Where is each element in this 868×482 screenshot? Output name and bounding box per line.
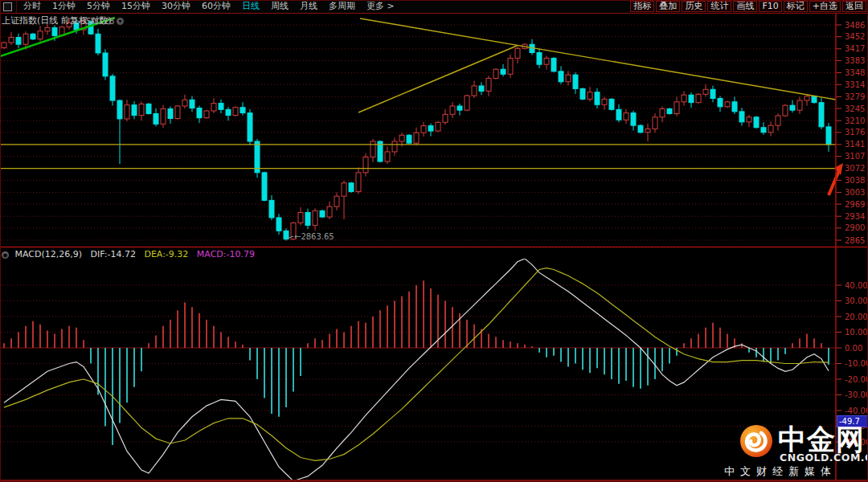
candle-body <box>486 78 491 91</box>
price-axis-label: 2934 <box>845 212 865 221</box>
macd-pane-surface[interactable] <box>0 247 836 481</box>
candle-body <box>493 69 498 78</box>
candle-body <box>544 58 549 64</box>
candle-body <box>732 102 737 112</box>
candle-body <box>472 86 477 96</box>
back-button[interactable]: 返回 <box>842 1 866 12</box>
candle-body <box>479 86 484 91</box>
price-axis-label: 3210 <box>845 116 865 125</box>
chart-title-dropdown-icon[interactable]: ▾ <box>117 18 124 25</box>
candle-body <box>805 96 809 100</box>
candle-body <box>501 69 506 74</box>
period-tab-weekly[interactable]: 周线 <box>271 0 289 13</box>
candle-body <box>132 105 137 116</box>
candle-body <box>812 96 817 103</box>
candle-body <box>754 117 759 128</box>
period-tab-5min[interactable]: 5分钟 <box>87 0 110 13</box>
price-axis-label: 3107 <box>845 152 865 161</box>
candle-body <box>595 92 600 105</box>
macd-axis-label: 30.00 <box>845 296 868 305</box>
price-axis-label: 3176 <box>845 128 865 137</box>
candle-body <box>559 71 563 82</box>
candle-body <box>457 106 462 110</box>
period-tab-1min[interactable]: 1分钟 <box>52 0 76 13</box>
draw-line-button[interactable]: 画线 <box>733 1 757 12</box>
add-watchlist-button[interactable]: +自选 <box>809 1 841 12</box>
candle-body <box>616 109 621 120</box>
candle-body <box>385 152 390 161</box>
overlay-button[interactable]: 叠加 <box>656 1 680 12</box>
candle-body <box>515 48 520 58</box>
macd-dif-value: DIF:-14.72 <box>91 249 136 259</box>
f10-button[interactable]: F10 <box>759 1 781 12</box>
candle-body <box>783 105 788 116</box>
candle-body <box>537 53 542 65</box>
candle-body <box>776 116 780 125</box>
candle-body <box>146 104 151 113</box>
candle-body <box>161 108 166 124</box>
candle-body <box>356 173 361 192</box>
candle-body <box>826 127 831 145</box>
candle-body <box>624 113 628 120</box>
candle-body <box>710 89 715 98</box>
price-axis-label: 2865 <box>845 236 865 245</box>
candle-body <box>718 98 723 106</box>
candle-body <box>819 103 824 127</box>
price-axis-label: 3417 <box>845 44 865 53</box>
candle-body <box>696 94 701 102</box>
candle-body <box>211 104 216 111</box>
macd-dea-value: DEA:-9.32 <box>144 249 188 259</box>
candle-body <box>276 218 281 231</box>
history-button[interactable]: 历史 <box>682 1 706 12</box>
macd-axis-label: 10.00 <box>845 328 868 337</box>
candle-body <box>797 100 802 110</box>
candle-body <box>588 92 592 100</box>
price-axis-label: 3245 <box>845 104 865 113</box>
period-tab-daily[interactable]: 日线 <box>242 0 260 13</box>
mark-button[interactable]: 标记 <box>784 1 808 12</box>
price-axis-label: 3383 <box>845 56 865 65</box>
candle-body <box>240 108 245 113</box>
candle-body <box>414 133 419 143</box>
candle-body <box>602 99 607 104</box>
top-toolbar: 分时1分钟5分钟15分钟30分钟60分钟日线周线月线多周期更多 > 指标叠加历史… <box>0 0 868 14</box>
candle-body <box>725 102 730 107</box>
period-tab-monthly[interactable]: 月线 <box>300 0 317 13</box>
cngold-watermark: 中金网 CNGOLD.COM.CN 中文财经新媒体 <box>722 423 868 479</box>
candle-body <box>428 126 433 131</box>
candle-body <box>551 58 556 71</box>
candle-body <box>23 34 28 44</box>
stats-button[interactable]: 统计 <box>707 1 731 12</box>
candle-body <box>38 31 43 39</box>
candle-body <box>262 173 267 201</box>
candle-body <box>674 102 679 114</box>
collapse-icon[interactable]: ◉ <box>2 251 9 259</box>
candle-body <box>197 108 202 118</box>
period-tab-more[interactable]: 更多 > <box>366 0 395 13</box>
price-axis-label: 3486 <box>845 21 865 30</box>
period-tab-60min[interactable]: 60分钟 <box>202 0 231 13</box>
period-tab-15min[interactable]: 15分钟 <box>121 0 150 13</box>
price-pane-surface[interactable] <box>0 13 836 247</box>
price-axis-label: 3279 <box>845 92 865 101</box>
candle-body <box>508 58 513 74</box>
period-tab-fenshi[interactable]: 分时 <box>23 0 41 13</box>
trading-app-window: 3486345234173383334833143279324532103176… <box>0 0 868 482</box>
candle-body <box>747 117 751 122</box>
period-tab-30min[interactable]: 30分钟 <box>162 0 190 13</box>
price-axis-label: 3003 <box>845 188 865 197</box>
candle-body <box>110 76 115 100</box>
window-icon[interactable] <box>3 2 12 11</box>
macd-header: ◉ MACD(12,26,9) DIF:-14.72 DEA:-9.32 MAC… <box>2 249 260 259</box>
chart-canvas[interactable]: 3486345234173383334833143279324532103176… <box>0 0 868 482</box>
price-axis-label: 2969 <box>845 200 865 209</box>
candle-body <box>175 106 180 119</box>
candle-body <box>313 210 317 225</box>
indicator-button[interactable]: 指标 <box>630 1 654 12</box>
candle-body <box>342 183 346 196</box>
candle-body <box>2 43 6 47</box>
candle-body <box>609 99 614 109</box>
period-tab-multi[interactable]: 多周期 <box>329 0 355 13</box>
candle-body <box>168 108 173 118</box>
candle-body <box>45 27 50 31</box>
